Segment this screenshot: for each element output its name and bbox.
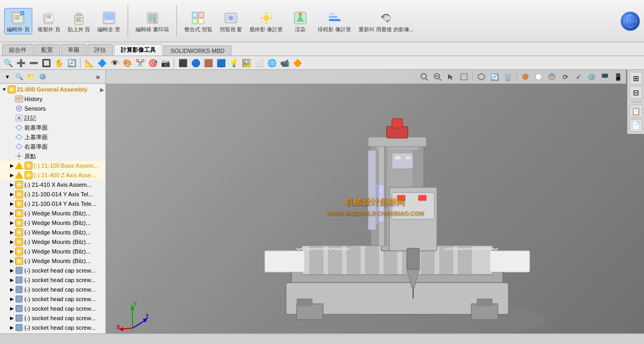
hide-show-btn[interactable]: 👁️ bbox=[109, 58, 120, 68]
expand-screw-7[interactable]: ▶ bbox=[8, 324, 15, 331]
vp-mobile-btn[interactable]: 📱 bbox=[612, 71, 624, 82]
composite-view-button[interactable]: 整合式 預覧 bbox=[182, 8, 214, 34]
sphere-btn[interactable]: 🔵 bbox=[190, 58, 201, 68]
expand-wedge-6[interactable]: ▶ bbox=[8, 258, 15, 264]
tab-drawing[interactable]: 草圖 bbox=[61, 44, 86, 56]
vp-3d-btn[interactable] bbox=[476, 71, 487, 82]
vp-pointer-btn[interactable] bbox=[445, 71, 457, 82]
expand-wedge-2[interactable]: ▶ bbox=[8, 220, 15, 226]
plane-btn[interactable]: 🟦 bbox=[215, 58, 227, 68]
vp-spin-btn[interactable]: ⟳ bbox=[559, 71, 571, 82]
zoom-area-btn[interactable]: 🔲 bbox=[40, 58, 52, 68]
tree-item-screw-3[interactable]: ▶ (-) socket head cap screw... bbox=[0, 285, 105, 294]
edit-outer-button[interactable]: 編輯外 頁 bbox=[4, 8, 32, 34]
expand-screw-2[interactable]: ▶ bbox=[8, 277, 15, 283]
box-btn[interactable]: ⬛ bbox=[177, 58, 189, 68]
copy-outer-button[interactable]: 複製外 頁 bbox=[35, 8, 62, 34]
expand-annotations[interactable] bbox=[8, 115, 15, 121]
tree-item-screw-6[interactable]: ▶ (-) socket head cap screw... bbox=[0, 313, 105, 323]
latest-image-button[interactable]: 最終影 像計算 bbox=[247, 8, 285, 34]
tree-item-sensors[interactable]: Sensors bbox=[0, 104, 105, 113]
tree-item-right-plane[interactable]: 右基準面 bbox=[0, 142, 105, 151]
tree-item-z-axis[interactable]: ▶ ! (-) 21-400 Z Axis Asse... bbox=[0, 170, 105, 180]
tree-item-screw-7[interactable]: ▶ (-) socket head cap screw... bbox=[0, 323, 105, 332]
light-btn[interactable]: 💡 bbox=[228, 58, 239, 68]
tree-item-wedge-4[interactable]: ▶ (-) Wedge Mounts (Bilz)... bbox=[0, 237, 105, 247]
add-folder-btn[interactable]: 📁 bbox=[25, 71, 36, 82]
display-style-btn[interactable]: 🔷 bbox=[96, 58, 108, 68]
view-focus-btn[interactable]: 🎯 bbox=[147, 58, 158, 68]
tree-item-screw-5[interactable]: ▶ (-) socket head cap screw... bbox=[0, 304, 105, 313]
vp-zoom2-btn[interactable] bbox=[432, 71, 443, 82]
right-panel-copy-btn[interactable]: 📋 bbox=[630, 105, 642, 117]
expand-screw-6[interactable]: ▶ bbox=[8, 315, 15, 321]
tree-item-base-assy[interactable]: ▶ ! (-) 21-100 Base Assem... bbox=[0, 161, 105, 170]
expand-wedge-5[interactable]: ▶ bbox=[8, 248, 15, 255]
expand-screw-4[interactable]: ▶ bbox=[8, 296, 15, 302]
expand-screw-3[interactable]: ▶ bbox=[8, 286, 15, 293]
tree-item-history[interactable]: History bbox=[0, 94, 105, 104]
tree-item-front-plane[interactable]: 前基準面 bbox=[0, 123, 105, 132]
preview-window-button[interactable]: 預覧視 窗 bbox=[218, 8, 245, 34]
filter-icon[interactable]: ▾ bbox=[2, 71, 13, 82]
tree-item-wedge-1[interactable]: ▶ (-) Wedge Mounts (Bilz)... bbox=[0, 209, 105, 218]
config-panel-btn[interactable]: ⚙️ bbox=[37, 71, 48, 82]
vp-rotate-btn[interactable]: 🔄 bbox=[489, 71, 500, 82]
render-button[interactable]: 渲染 bbox=[288, 8, 312, 34]
vp-check-btn[interactable]: ✓ bbox=[573, 71, 584, 82]
camera-btn[interactable]: 📷 bbox=[159, 58, 171, 68]
search-panel-btn[interactable]: 🔍 bbox=[14, 71, 24, 82]
collapse-panel-btn[interactable]: » bbox=[93, 71, 103, 82]
zoom-in-btn[interactable]: ➕ bbox=[15, 58, 26, 68]
edit-all-button[interactable]: 編輯全 景 bbox=[95, 8, 122, 34]
arrange-move-button[interactable]: 印花 編輯移 畫印花 bbox=[133, 8, 171, 34]
tree-item-screw-2[interactable]: ▶ (-) socket head cap screw... bbox=[0, 275, 105, 285]
tree-item-wedge-5[interactable]: ▶ (-) Wedge Mounts (Bilz)... bbox=[0, 247, 105, 256]
expand-base-assy[interactable]: ▶ bbox=[8, 162, 15, 169]
viewport[interactable]: 🔄 🗑️ ⟳ ✓ ⚙️ 🖥️ 📱 bbox=[106, 70, 644, 344]
vp-ball1-btn[interactable] bbox=[520, 71, 531, 82]
expand-right-plane[interactable] bbox=[8, 143, 15, 150]
expand-front-plane[interactable] bbox=[8, 124, 15, 131]
expand-root[interactable]: ▼ bbox=[1, 86, 7, 93]
tree-item-screw-1[interactable]: ▶ (-) socket head cap screw... bbox=[0, 266, 105, 275]
edit-appear-btn[interactable]: 🎨 bbox=[121, 58, 133, 68]
camera2-btn[interactable]: 📹 bbox=[279, 58, 290, 68]
right-panel-doc-btn[interactable]: 📄 bbox=[630, 119, 642, 132]
expand-y-axis-2[interactable]: ▶ bbox=[8, 201, 15, 207]
expand-wedge-1[interactable]: ▶ bbox=[8, 210, 15, 216]
expand-screw-5[interactable]: ▶ bbox=[8, 305, 15, 312]
expand-origin[interactable] bbox=[8, 153, 15, 159]
paste-upper-button[interactable]: 貼上外 頁 bbox=[66, 8, 93, 34]
view-orient-btn[interactable]: 📐 bbox=[83, 58, 95, 68]
search-btn[interactable]: 🔍 bbox=[2, 58, 14, 68]
tree-item-wedge-3[interactable]: ▶ (-) Wedge Mounts (Bilz)... bbox=[0, 228, 105, 237]
tree-item-screw-4[interactable]: ▶ (-) socket head cap screw... bbox=[0, 294, 105, 304]
expand-z-axis[interactable]: ▶ bbox=[8, 172, 15, 178]
tab-solidworks-mbd[interactable]: SOLIDWORKS MBD bbox=[164, 46, 231, 56]
tab-assembly[interactable]: 組合件 bbox=[2, 44, 33, 56]
zoom-out-btn[interactable]: ➖ bbox=[28, 58, 39, 68]
vp-color-btn[interactable] bbox=[546, 71, 558, 82]
vp-monitor-btn[interactable]: 🖥️ bbox=[599, 71, 611, 82]
tab-compute-image[interactable]: 計算影像工具 bbox=[114, 44, 163, 56]
tab-evaluate[interactable]: 評估 bbox=[87, 44, 113, 56]
vp-ball2-btn[interactable] bbox=[533, 71, 544, 82]
expand-history[interactable] bbox=[8, 96, 15, 102]
tree-item-top-plane[interactable]: 上基準面 bbox=[0, 132, 105, 142]
vp-zoom-btn[interactable] bbox=[418, 71, 430, 82]
tree-item-annotations[interactable]: A 註記 bbox=[0, 113, 105, 123]
tree-area[interactable]: ▼ 21-000 General Assembly ▶ History bbox=[0, 84, 105, 333]
expand-wedge-4[interactable]: ▶ bbox=[8, 239, 15, 245]
env-btn[interactable]: 🌐 bbox=[266, 58, 278, 68]
right-panel-expand-btn[interactable]: ⊞ bbox=[630, 72, 642, 85]
expand-top-plane[interactable] bbox=[8, 134, 15, 140]
batch-render-button[interactable]: 排程影 像計算 bbox=[316, 8, 353, 34]
tree-item-root[interactable]: ▼ 21-000 General Assembly ▶ bbox=[0, 85, 105, 94]
tree-item-y-axis-2[interactable]: ▶ (-) 21-100-014 Y Axis Tele... bbox=[0, 199, 105, 209]
material-btn[interactable]: 🔶 bbox=[291, 58, 303, 68]
rotate-btn[interactable]: 🔄 bbox=[66, 58, 77, 68]
vp-settings-btn[interactable]: ⚙️ bbox=[586, 71, 597, 82]
section-view-btn[interactable]: ✂️ bbox=[134, 58, 146, 68]
expand-y-axis-1[interactable]: ▶ bbox=[8, 191, 15, 197]
